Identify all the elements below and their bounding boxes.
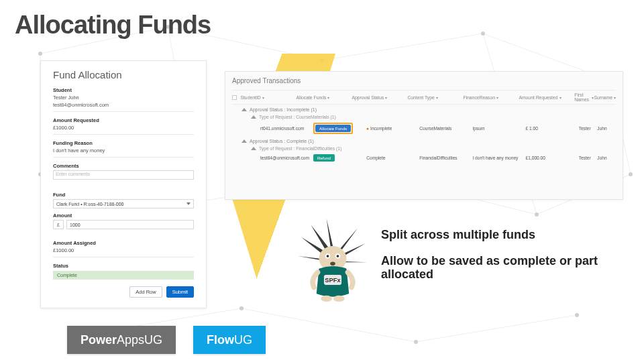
comments-input[interactable]: Enter comments [53, 170, 194, 180]
svg-line-10 [416, 315, 577, 342]
cell-amount: £1,000.00 [526, 156, 579, 160]
allocate-highlight: Allocate Funds [313, 123, 353, 134]
student-email: test84@onmicrosoft.com [53, 102, 194, 108]
group-complete-label: Approval Status : Complete (1) [250, 139, 314, 143]
list-title: Approved Transactions [232, 77, 616, 84]
col-first-names[interactable]: First Names [574, 93, 590, 102]
comments-label: Comments [53, 163, 194, 169]
caret-up-icon [251, 147, 256, 150]
col-approval-status[interactable]: Approval Status [352, 95, 384, 100]
cell-reason: Ipsum [472, 126, 525, 131]
svg-point-35 [330, 261, 335, 265]
spfx-mascot: SPFx [295, 219, 370, 306]
caret-up-icon [251, 115, 256, 119]
svg-point-24 [535, 213, 539, 217]
slide-title: Allocating Funds [15, 11, 211, 40]
group-course-materials[interactable]: Type of Request : CourseMaterials (1) [232, 113, 616, 121]
form-heading: Fund Allocation [53, 69, 194, 80]
amount-currency: £ [53, 220, 64, 229]
svg-point-29 [575, 313, 579, 317]
funding-reason-label: Funding Reason [53, 140, 194, 146]
cell-ctype: FinancialDifficulties [419, 156, 472, 160]
amount-assigned-label: Amount Assigned [53, 240, 194, 246]
chevron-down-icon: ▾ [559, 95, 561, 100]
cell-amount: £ 1.00 [526, 126, 579, 131]
group-incomplete-label: Approval Status : Incomplete (1) [250, 107, 317, 112]
cell-last: John [597, 156, 616, 160]
group-financial-difficulties-label: Type of Request : FinancialDifficulties … [259, 146, 341, 151]
cell-ctype: CourseMaterials [419, 126, 472, 131]
col-studentid[interactable]: StudentID [240, 95, 260, 100]
student-name: Tester John [53, 95, 194, 101]
col-content-type[interactable]: Content Type [407, 95, 434, 100]
table-row[interactable]: test84@onmicrosoft.com Refund Complete F… [232, 153, 616, 164]
svg-point-28 [414, 340, 418, 344]
caret-up-icon [241, 139, 247, 143]
cell-status: ● Incomplete [366, 126, 419, 131]
svg-point-19 [481, 32, 485, 36]
svg-point-34 [337, 255, 339, 257]
col-amount-requested[interactable]: Amount Requested [519, 95, 557, 100]
chevron-down-icon: ▾ [327, 95, 329, 100]
chevron-down-icon: ▾ [262, 95, 264, 100]
amount-requested-label: Amount Requested [53, 117, 194, 123]
svg-point-25 [629, 172, 633, 176]
svg-point-16 [38, 52, 42, 56]
add-row-button[interactable]: Add Row [129, 286, 162, 298]
svg-line-2 [322, 34, 483, 60]
group-financial-difficulties[interactable]: Type of Request : FinancialDifficulties … [232, 145, 616, 153]
cell-reason: I don't have any money [472, 156, 525, 160]
chevron-down-icon: ▾ [385, 95, 387, 100]
svg-point-38 [333, 296, 345, 302]
svg-point-27 [239, 306, 244, 310]
submit-button[interactable]: Submit [166, 286, 194, 298]
amount-assigned-value: £1000.00 [53, 247, 194, 253]
cell-first: Tester [579, 126, 598, 131]
fund-select[interactable]: Clark Fund • R:oss-40-7188-000 [53, 199, 194, 208]
table-row[interactable]: rt041.onmicrosoft.com Allocate Funds ● I… [232, 121, 616, 136]
fund-select-value: Clark Fund • R:oss-40-7188-000 [56, 202, 124, 206]
bullet-2: Allow to be saved as complete or part al… [381, 254, 629, 282]
flowug-logo: FlowUG [193, 326, 266, 354]
cell-status: Complete [366, 156, 419, 160]
chevron-down-icon: ▾ [614, 95, 616, 100]
select-all-checkbox[interactable] [232, 95, 237, 100]
bullet-1: Split across multiple funds [381, 228, 629, 242]
funding-reason-value: I don't have any money [53, 147, 194, 154]
chevron-down-icon: ▾ [436, 95, 438, 100]
group-complete[interactable]: Approval Status : Complete (1) [232, 136, 616, 145]
svg-line-9 [241, 308, 416, 342]
col-surname[interactable]: Surname [594, 95, 612, 100]
col-finance-reason[interactable]: FinanceReason [463, 95, 495, 100]
status-label: Status [53, 263, 194, 269]
group-incomplete[interactable]: Approval Status : Incomplete (1) [232, 105, 616, 113]
powerappsug-logo: PowerAppsUG [67, 326, 176, 354]
allocate-funds-button[interactable]: Allocate Funds [315, 125, 351, 132]
fund-allocation-form: Fund Allocation Student Tester John test… [40, 60, 207, 308]
amount-input[interactable]: 1000 [66, 220, 194, 229]
cell-email: rt041.onmicrosoft.com [260, 126, 313, 131]
svg-point-33 [327, 255, 329, 257]
fund-label: Fund [53, 192, 194, 198]
list-header-row: StudentID▾ Allocate Funds▾ Approval Stat… [232, 90, 616, 105]
amount-requested-value: £1000.00 [53, 125, 194, 131]
approved-transactions-list: Approved Transactions StudentID▾ Allocat… [225, 71, 623, 200]
group-course-materials-label: Type of Request : CourseMaterials (1) [259, 115, 336, 119]
cell-email: test84@onmicrosoft.com [260, 156, 313, 160]
refund-button[interactable]: Refund [313, 154, 335, 162]
cell-last: John [597, 126, 616, 131]
caret-up-icon [241, 108, 247, 111]
footer-logos: PowerAppsUG FlowUG [67, 326, 266, 354]
col-allocate[interactable]: Allocate Funds [296, 95, 326, 100]
mascot-shirt-text: SPFx [325, 277, 341, 284]
student-label: Student [53, 87, 194, 93]
cell-first: Tester [579, 156, 598, 160]
bullet-list: Split across multiple funds Allow to be … [381, 228, 629, 294]
chevron-down-icon: ▾ [496, 95, 498, 100]
status-value: Complete [53, 271, 194, 280]
svg-point-37 [321, 296, 332, 302]
amount-label: Amount [53, 213, 194, 219]
